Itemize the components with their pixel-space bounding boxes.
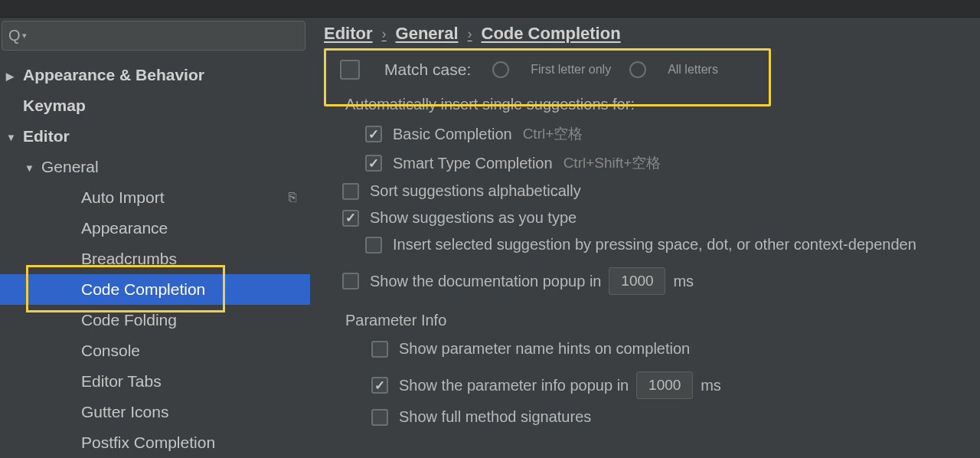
sidebar-item-label: Postfix Completion xyxy=(81,433,215,452)
smart-completion-row: Smart Type Completion Ctrl+Shift+空格 xyxy=(328,153,980,173)
settings-sidebar: Q ▾ Appearance & BehaviorKeymapEditorGen… xyxy=(0,18,310,458)
chevron-right-icon: › xyxy=(382,26,387,42)
basic-completion-row: Basic Completion Ctrl+空格 xyxy=(328,124,980,144)
sidebar-item-label: Keymap xyxy=(23,97,86,115)
sidebar-item-console[interactable]: Console xyxy=(0,335,310,366)
sidebar-item-auto-import[interactable]: Auto Import⎘ xyxy=(0,182,310,213)
doc-popup-row: Show the documentation popup in 1000 ms xyxy=(328,267,980,295)
search-icon: Q xyxy=(8,27,21,44)
sidebar-item-label: Appearance xyxy=(81,219,168,237)
basic-completion-checkbox[interactable] xyxy=(365,126,382,142)
sidebar-item-label: Code Folding xyxy=(81,311,177,329)
doc-popup-label: Show the documentation popup in xyxy=(370,273,601,290)
match-case-highlight: Match case: First letter only All letter… xyxy=(324,48,771,106)
chevron-down-icon[interactable] xyxy=(24,161,41,174)
sidebar-item-breadcrumbs[interactable]: Breadcrumbs xyxy=(0,244,310,274)
sidebar-item-editor-tabs[interactable]: Editor Tabs xyxy=(0,366,310,397)
insert-selected-label: Insert selected suggestion by pressing s… xyxy=(393,236,916,254)
sidebar-item-general[interactable]: General xyxy=(0,152,310,182)
sidebar-item-code-completion[interactable]: Code Completion xyxy=(0,274,310,305)
chevron-right-icon: › xyxy=(468,26,472,42)
param-popup-label: Show the parameter info popup in xyxy=(399,377,629,394)
param-popup-row: Show the parameter info popup in 1000 ms xyxy=(328,371,980,399)
all-letters-label: All letters xyxy=(668,63,718,77)
sidebar-item-label: Auto Import xyxy=(81,188,165,207)
sidebar-item-appearance[interactable]: Appearance xyxy=(0,213,310,244)
first-letter-label: First letter only xyxy=(531,63,611,77)
sidebar-item-gutter-icons[interactable]: Gutter Icons xyxy=(0,397,310,427)
sidebar-item-editor[interactable]: Editor xyxy=(0,121,310,152)
full-signatures-checkbox[interactable] xyxy=(371,409,388,426)
breadcrumb-code-completion[interactable]: Code Completion xyxy=(482,24,621,44)
sidebar-item-label: Code Completion xyxy=(81,280,205,299)
smart-completion-shortcut: Ctrl+Shift+空格 xyxy=(564,153,662,173)
doc-popup-value[interactable]: 1000 xyxy=(609,267,665,295)
breadcrumb: Editor › General › Code Completion xyxy=(310,24,980,44)
settings-tree: Appearance & BehaviorKeymapEditorGeneral… xyxy=(0,57,310,458)
show-suggestions-checkbox[interactable] xyxy=(342,210,359,227)
basic-completion-label: Basic Completion xyxy=(393,126,512,143)
sidebar-item-label: Console xyxy=(81,342,140,360)
show-suggestions-label: Show suggestions as you type xyxy=(370,209,577,227)
sidebar-item-code-folding[interactable]: Code Folding xyxy=(0,305,310,335)
doc-popup-ms: ms xyxy=(673,273,694,290)
sidebar-item-label: Editor Tabs xyxy=(81,372,162,391)
sidebar-item-label: Editor xyxy=(23,127,70,146)
full-signatures-row: Show full method signatures xyxy=(328,408,980,426)
param-hints-label: Show parameter name hints on completion xyxy=(399,340,690,358)
param-popup-checkbox[interactable] xyxy=(371,377,388,394)
param-popup-value[interactable]: 1000 xyxy=(636,371,693,399)
sidebar-item-postfix-completion[interactable]: Postfix Completion xyxy=(0,427,310,458)
breadcrumb-general[interactable]: General xyxy=(396,24,459,44)
search-dropdown-icon[interactable]: ▾ xyxy=(22,31,27,41)
sidebar-item-appearance-behavior[interactable]: Appearance & Behavior xyxy=(0,60,310,90)
sort-suggestions-label: Sort suggestions alphabetically xyxy=(370,182,581,200)
settings-content: Editor › General › Code Completion Match… xyxy=(310,18,980,458)
show-suggestions-row: Show suggestions as you type xyxy=(328,209,980,227)
sidebar-item-label: Gutter Icons xyxy=(81,403,168,421)
param-popup-ms: ms xyxy=(701,377,721,394)
sidebar-item-label: Appearance & Behavior xyxy=(23,66,204,84)
sidebar-item-label: General xyxy=(41,158,99,176)
chevron-down-icon[interactable] xyxy=(6,130,23,143)
smart-completion-checkbox[interactable] xyxy=(365,155,382,172)
search-input[interactable]: Q ▾ xyxy=(2,21,305,51)
full-signatures-label: Show full method signatures xyxy=(399,408,591,426)
breadcrumb-editor[interactable]: Editor xyxy=(324,24,373,44)
param-hints-checkbox[interactable] xyxy=(371,341,388,358)
smart-completion-label: Smart Type Completion xyxy=(393,155,553,172)
title-bar xyxy=(0,0,980,18)
insert-selected-checkbox[interactable] xyxy=(365,237,382,254)
insert-selected-row: Insert selected suggestion by pressing s… xyxy=(328,236,980,254)
match-case-label: Match case: xyxy=(384,61,471,79)
chevron-right-icon[interactable] xyxy=(6,69,23,82)
doc-popup-checkbox[interactable] xyxy=(342,273,359,290)
project-icon: ⎘ xyxy=(289,190,296,205)
all-letters-radio[interactable] xyxy=(629,61,646,78)
param-hints-row: Show parameter name hints on completion xyxy=(328,340,980,358)
basic-completion-shortcut: Ctrl+空格 xyxy=(523,124,583,144)
sort-suggestions-checkbox[interactable] xyxy=(342,183,359,200)
sort-suggestions-row: Sort suggestions alphabetically xyxy=(328,182,980,200)
sidebar-item-label: Breadcrumbs xyxy=(81,250,177,268)
parameter-info-header: Parameter Info xyxy=(328,312,980,329)
sidebar-item-keymap[interactable]: Keymap xyxy=(0,90,310,121)
first-letter-radio[interactable] xyxy=(492,61,509,78)
match-case-checkbox[interactable] xyxy=(340,60,360,80)
